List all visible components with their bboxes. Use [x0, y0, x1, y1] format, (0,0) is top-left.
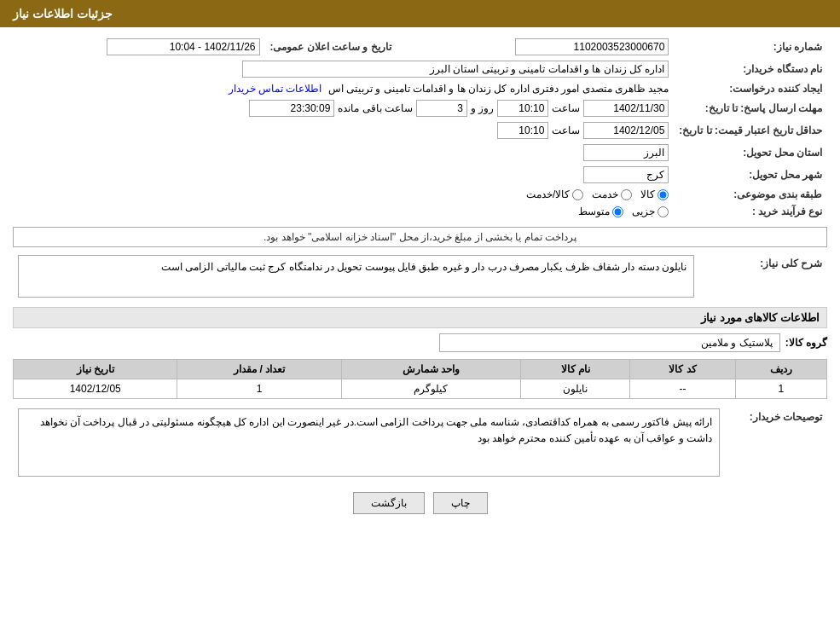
- announcement-date-cell: [13, 36, 265, 58]
- price-validity-date-input[interactable]: [583, 122, 669, 139]
- category-service-radio[interactable]: [621, 189, 632, 200]
- creator-label: ایجاد کننده درخواست:: [674, 80, 827, 97]
- buyer-notes-value: ارائه پیش فاکتور رسمی به همراه کداقتصادی…: [40, 416, 712, 444]
- goods-group-label: گروه کالا:: [785, 337, 827, 349]
- city-cell: [13, 164, 674, 186]
- response-deadline-time-input[interactable]: [497, 100, 548, 117]
- creator-contact-link[interactable]: اطلاعات تماس خریدار: [229, 83, 322, 95]
- process-partial-label: جزیی: [632, 205, 655, 217]
- announcement-date-label: تاریخ و ساعت اعلان عمومی:: [265, 36, 397, 58]
- col-header-unit: واحد شمارش: [341, 360, 521, 379]
- button-row: چاپ بازگشت: [13, 492, 827, 514]
- category-cell: کالا خدمت کالا/خدمت: [13, 186, 674, 203]
- creator-cell: مجید ظاهری متصدی امور دفتری اداره کل زند…: [13, 80, 674, 97]
- description-cell: نایلون دسته دار شفاف ظرف یکبار مصرف درب …: [13, 252, 699, 300]
- response-deadline-remain-input[interactable]: [249, 100, 334, 117]
- city-input[interactable]: [583, 166, 669, 183]
- category-both-label: کالا/خدمت: [526, 188, 570, 200]
- description-label: شرح کلی نیاز:: [699, 252, 827, 300]
- buyer-notes-table: توصیحات خریدار: ارائه پیش فاکتور رسمی به…: [13, 406, 827, 479]
- goods-group-value: پلاستیک و ملامین: [439, 333, 780, 352]
- province-label: استان محل تحویل:: [674, 142, 827, 164]
- page-header: جزئیات اطلاعات نیاز: [0, 0, 840, 27]
- category-service-option[interactable]: خدمت: [592, 188, 632, 200]
- process-partial-option[interactable]: جزیی: [632, 205, 669, 217]
- cell-row: 1: [735, 379, 826, 399]
- process-medium-option[interactable]: متوسط: [578, 205, 623, 217]
- description-box: نایلون دسته دار شفاف ظرف یکبار مصرف درب …: [18, 255, 694, 298]
- category-goods-radio[interactable]: [658, 189, 669, 200]
- announcement-date-input[interactable]: [107, 38, 260, 55]
- cell-code: --: [630, 379, 735, 399]
- process-type-label: نوع فرآیند خرید :: [674, 203, 827, 220]
- request-number-input[interactable]: [515, 38, 669, 55]
- response-deadline-time-label: ساعت: [552, 102, 580, 114]
- page-title: جزئیات اطلاعات نیاز: [13, 7, 113, 20]
- buyer-org-input[interactable]: [242, 61, 669, 78]
- city-label: شهر محل تحویل:: [674, 164, 827, 186]
- back-button[interactable]: بازگشت: [353, 492, 425, 514]
- cell-name: نایلون: [521, 379, 630, 399]
- process-partial-radio[interactable]: [658, 206, 669, 217]
- process-type-cell: جزیی متوسط: [13, 203, 674, 220]
- response-deadline-days-label: روز و: [471, 102, 494, 114]
- province-input[interactable]: [583, 144, 669, 161]
- col-header-row: ردیف: [735, 360, 826, 379]
- process-medium-radio[interactable]: [612, 206, 623, 217]
- response-deadline-remain-label: ساعت باقی مانده: [338, 102, 413, 114]
- category-label: طبقه بندی موضوعی:: [674, 186, 827, 203]
- col-header-date: تاریخ نیاز: [14, 360, 177, 379]
- price-validity-label: حداقل تاریخ اعتبار قیمت: تا تاریخ:: [674, 119, 827, 142]
- col-header-name: نام کالا: [521, 360, 630, 379]
- price-validity-time-label: ساعت: [552, 124, 580, 136]
- buyer-notes-box: ارائه پیش فاکتور رسمی به همراه کداقتصادی…: [18, 408, 720, 477]
- print-button[interactable]: چاپ: [433, 492, 488, 514]
- category-both-radio[interactable]: [572, 189, 583, 200]
- province-cell: [13, 142, 674, 164]
- col-header-code: کد کالا: [630, 360, 735, 379]
- goods-table: ردیف کد کالا نام کالا واحد شمارش تعداد /…: [13, 359, 827, 399]
- notice-text: پرداخت تمام یا بخشی از مبلغ خرید،از محل …: [264, 231, 576, 243]
- category-goods-label: کالا: [640, 188, 655, 200]
- buyer-org-label: نام دستگاه خریدار:: [674, 58, 827, 80]
- response-deadline-date-input[interactable]: [583, 100, 669, 117]
- creator-value: مجید ظاهری متصدی امور دفتری اداره کل زند…: [328, 83, 669, 95]
- response-deadline-cell: ساعت روز و ساعت باقی مانده: [13, 97, 674, 119]
- buyer-notes-label: توصیحات خریدار:: [725, 406, 827, 479]
- notice-box: پرداخت تمام یا بخشی از مبلغ خرید،از محل …: [13, 227, 827, 247]
- price-validity-cell: ساعت: [13, 119, 674, 142]
- basic-info-table: شماره نیاز: تاریخ و ساعت اعلان عمومی: نا…: [13, 36, 827, 220]
- table-row: 1 -- نایلون کیلوگرم 1 1402/12/05: [14, 379, 827, 399]
- response-deadline-days-input[interactable]: [416, 100, 467, 117]
- category-both-option[interactable]: کالا/خدمت: [526, 188, 583, 200]
- request-number-label: شماره نیاز:: [674, 36, 827, 58]
- category-goods-option[interactable]: کالا: [640, 188, 669, 200]
- goods-section-title: اطلاعات کالاهای مورد نیاز: [13, 307, 827, 328]
- category-service-label: خدمت: [592, 188, 618, 200]
- goods-group-row: گروه کالا: پلاستیک و ملامین: [13, 333, 827, 352]
- description-value: نایلون دسته دار شفاف ظرف یکبار مصرف درب …: [161, 261, 686, 273]
- response-deadline-label: مهلت ارسال پاسخ: تا تاریخ:: [674, 97, 827, 119]
- cell-date: 1402/12/05: [14, 379, 177, 399]
- cell-unit: کیلوگرم: [341, 379, 521, 399]
- buyer-org-cell: [13, 58, 674, 80]
- buyer-notes-cell: ارائه پیش فاکتور رسمی به همراه کداقتصادی…: [13, 406, 725, 479]
- page-wrapper: جزئیات اطلاعات نیاز شماره نیاز: تاریخ و …: [0, 0, 840, 625]
- col-header-qty: تعداد / مقدار: [177, 360, 341, 379]
- price-validity-time-input[interactable]: [497, 122, 548, 139]
- description-table: شرح کلی نیاز: نایلون دسته دار شفاف ظرف ی…: [13, 252, 827, 300]
- main-content: شماره نیاز: تاریخ و ساعت اعلان عمومی: نا…: [0, 27, 840, 531]
- process-medium-label: متوسط: [578, 205, 610, 217]
- cell-qty: 1: [177, 379, 341, 399]
- request-number-cell: [422, 36, 674, 58]
